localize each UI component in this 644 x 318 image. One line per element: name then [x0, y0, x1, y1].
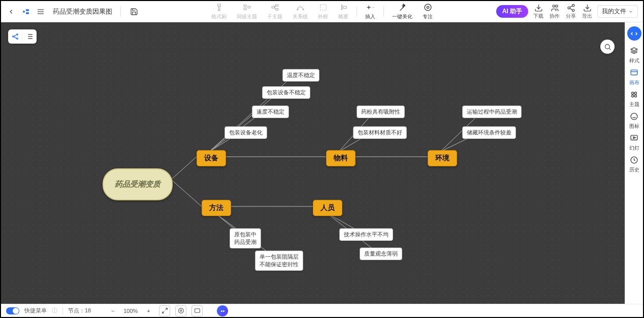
svg-point-21 [553, 5, 555, 7]
help-icon[interactable]: ⓘ [52, 307, 57, 314]
canvas-icon [630, 68, 638, 78]
svg-rect-11 [275, 9, 278, 11]
category-node-environment[interactable]: 环境 [428, 150, 457, 166]
root-node[interactable]: 药品受潮变质 [103, 168, 173, 200]
fit-screen-button[interactable] [159, 305, 170, 316]
rail-swap-icon[interactable] [627, 26, 641, 41]
rail-label: 画布 [629, 79, 639, 86]
document-title[interactable]: 药品受潮变质因果图 [53, 7, 112, 16]
leaf-node[interactable]: 包装设备不稳定 [262, 86, 310, 99]
rail-label: 主题 [629, 101, 639, 108]
svg-rect-9 [272, 6, 274, 8]
zoom-in-button[interactable]: + [143, 305, 154, 316]
rail-history[interactable]: 历史 [629, 154, 639, 175]
toolbar-child[interactable]: 子主题 [262, 2, 287, 21]
svg-rect-14 [320, 5, 326, 10]
toolbar-summary[interactable]: 概要 [333, 2, 353, 21]
insert-icon [366, 3, 375, 12]
svg-rect-15 [343, 6, 346, 8]
focus-icon [423, 3, 432, 12]
download-icon [534, 3, 543, 12]
leaf-node[interactable]: 单一包装阻隔层 不能保证密封性 [255, 251, 303, 271]
leaf-node[interactable]: 温度不稳定 [282, 69, 319, 82]
svg-rect-7 [244, 8, 246, 10]
leaf-node[interactable]: 技术操作水平不均 [339, 228, 393, 241]
my-files-label: 我的文件 [602, 7, 626, 16]
rail-label: 图标 [629, 123, 639, 130]
svg-line-27 [570, 8, 572, 10]
toolbar-insert[interactable]: 插入 [360, 2, 380, 21]
theme-icon [630, 90, 638, 100]
rail-slide[interactable]: 幻灯 [629, 132, 639, 154]
outline-view-icon[interactable] [22, 29, 37, 44]
toolbar-label: 导出 [582, 13, 592, 20]
toolbar-label: 分享 [566, 13, 576, 20]
leaf-node[interactable]: 速度不稳定 [252, 105, 289, 118]
rail-label: 历史 [629, 166, 639, 173]
leaf-node[interactable]: 药粉具有吸附性 [357, 105, 405, 118]
my-files-button[interactable]: 我的文件 [597, 5, 638, 18]
toolbar-label: 格式刷 [211, 13, 227, 20]
toolbar-collab[interactable]: 协作 [550, 3, 560, 20]
bottom-bar: 快捷菜单 ⓘ 节点：18 − 100% + •• [1, 304, 643, 317]
quick-menu-toggle[interactable] [6, 307, 19, 314]
toolbar-focus[interactable]: 专注 [417, 2, 438, 21]
toolbar-label: 一键美化 [392, 13, 412, 20]
toolbar-label: 外框 [318, 13, 328, 20]
rail-icon[interactable]: 图标 [629, 110, 639, 132]
category-node-equipment[interactable]: 设备 [197, 150, 226, 166]
child-icon [270, 3, 279, 12]
leaf-node[interactable]: 包装材料材质不好 [353, 126, 407, 139]
toolbar-share[interactable]: 分享 [566, 3, 576, 20]
leaf-node[interactable]: 运输过程中药品受潮 [462, 105, 522, 118]
toolbar-frame[interactable]: 外框 [313, 2, 333, 21]
style-icon [630, 47, 638, 56]
leaf-node[interactable]: 储藏环境条件较差 [462, 126, 516, 139]
rail-canvas[interactable]: 画布 [629, 66, 639, 88]
toolbar-download[interactable]: 下载 [533, 3, 543, 20]
svg-line-26 [570, 6, 572, 7]
svg-rect-8 [247, 6, 250, 8]
locate-button[interactable] [175, 305, 186, 316]
relation-icon [296, 3, 305, 12]
rail-style[interactable]: 样式 [629, 45, 639, 66]
toolbar-export[interactable]: 导出 [582, 3, 592, 20]
leaf-node[interactable]: 质量观念薄弱 [360, 248, 402, 260]
canvas-view-toggle [8, 29, 37, 44]
node-count: 节点：18 [68, 307, 91, 314]
svg-point-64 [634, 95, 636, 97]
save-icon[interactable] [129, 7, 139, 17]
menu-icon[interactable] [36, 7, 46, 17]
svg-rect-59 [631, 70, 637, 75]
svg-rect-2 [26, 12, 29, 14]
back-icon[interactable] [6, 7, 16, 17]
toolbar-peer[interactable]: 同级主题 [232, 2, 262, 21]
category-node-material[interactable]: 物料 [326, 150, 356, 166]
toolbar-label: 下载 [533, 13, 543, 20]
canvas[interactable]: 药品受潮变质 设备 物料 环境 方法 人员 温度不稳定 包装设备不稳定 速度不稳… [1, 22, 625, 304]
mindmap-view-icon[interactable] [8, 29, 22, 44]
top-toolbar: 药品受潮变质因果图 格式刷同级主题子主题关系线外框概要插入一键美化专注 AI 助… [1, 1, 643, 22]
svg-rect-10 [275, 5, 278, 7]
svg-line-33 [14, 37, 16, 39]
toolbar-relation[interactable]: 关系线 [287, 2, 313, 21]
category-node-method[interactable]: 方法 [202, 200, 231, 216]
rail-label: 幻灯 [629, 145, 639, 152]
rail-theme[interactable]: 主题 [629, 88, 639, 110]
svg-point-73 [180, 310, 182, 311]
search-button[interactable] [600, 40, 615, 54]
svg-line-72 [163, 311, 165, 313]
ai-assistant-button[interactable]: AI 助手 [496, 5, 528, 18]
minimap-button[interactable] [191, 305, 203, 316]
toolbar-format[interactable]: 格式刷 [206, 2, 232, 21]
zoom-out-button[interactable]: − [107, 305, 118, 316]
leaf-node[interactable]: 原包装中 药品受潮 [230, 228, 261, 249]
zoom-level[interactable]: 100% [123, 308, 138, 314]
toolbar-beautify[interactable]: 一键美化 [387, 2, 417, 21]
right-rail: 样式画布主题图标幻灯历史 [625, 22, 643, 304]
toolbar-label: 专注 [423, 13, 433, 20]
assistant-robot-icon[interactable]: •• [217, 305, 228, 316]
toolbar-label: 插入 [365, 13, 375, 20]
leaf-node[interactable]: 包装设备老化 [224, 126, 267, 139]
category-node-personnel[interactable]: 人员 [313, 200, 342, 216]
